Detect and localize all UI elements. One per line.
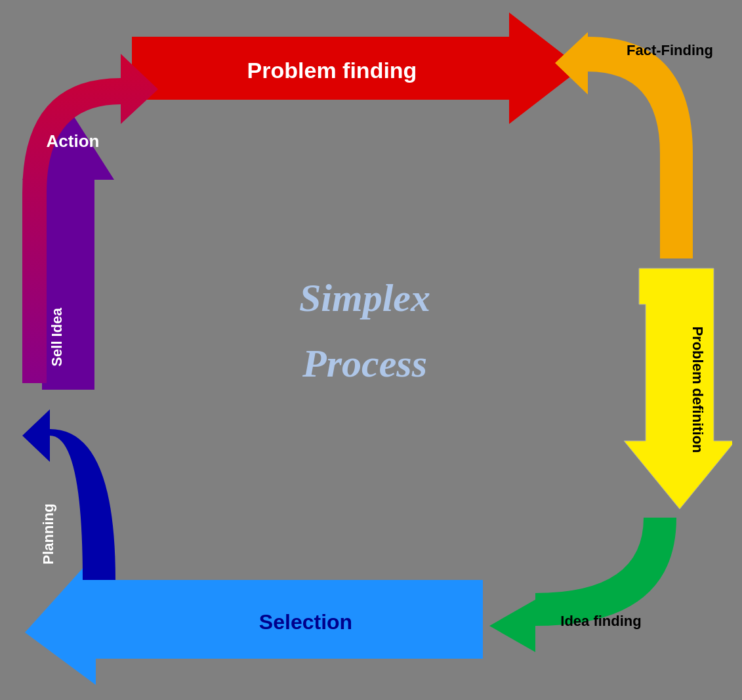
- center-title-process: Process: [302, 342, 427, 385]
- fact-finding-label: Fact-Finding: [627, 42, 713, 58]
- fact-finding-shape: [555, 32, 693, 258]
- center-title-simplex: Simplex: [299, 276, 430, 319]
- idea-finding-shape: [489, 518, 676, 652]
- planning-shape: [22, 409, 115, 580]
- problem-def-label: Problem definition: [690, 326, 706, 453]
- selection-label: Selection: [258, 610, 352, 634]
- problem-finding-label: Problem finding: [247, 58, 417, 83]
- idea-finding-label: Idea finding: [560, 613, 641, 629]
- sell-idea-label: Sell Idea: [49, 308, 65, 367]
- planning-label-r: Planning: [40, 504, 56, 565]
- simplex-diagram: Problem finding Fact-Finding Problem def…: [10, 9, 732, 691]
- problem-def-shape: [624, 268, 732, 509]
- action-label: Action: [46, 131, 99, 151]
